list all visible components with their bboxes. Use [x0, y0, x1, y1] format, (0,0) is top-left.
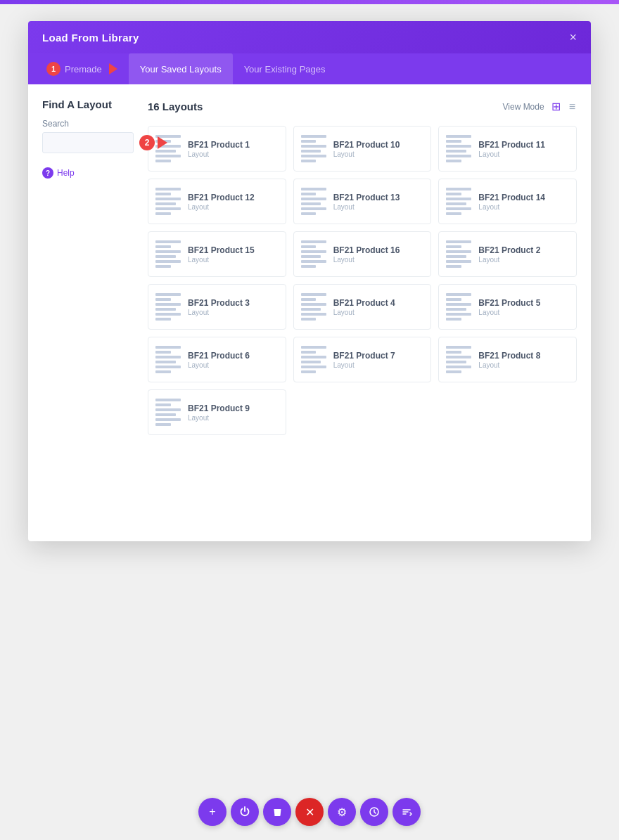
sort-button[interactable]	[393, 798, 421, 826]
thumb-bar	[446, 202, 466, 205]
thumb-bar	[446, 250, 471, 253]
search-input[interactable]	[42, 132, 134, 153]
thumb-bar	[446, 193, 461, 195]
layout-name: BF21 Product 13	[333, 193, 400, 202]
layout-card[interactable]: BF21 Product 13 Layout	[293, 179, 432, 224]
tab-existing-pages[interactable]: Your Existing Pages	[233, 53, 337, 84]
thumb-bar	[301, 265, 317, 268]
thumb-bar	[446, 293, 471, 296]
layout-info: BF21 Product 3 Layout	[188, 298, 250, 316]
thumb-bar	[301, 250, 326, 253]
layout-name: BF21 Product 11	[478, 140, 545, 150]
thumb-bar	[301, 303, 326, 306]
grid-view-button[interactable]: ⊞	[550, 98, 562, 115]
thumb-bar	[446, 318, 461, 321]
thumb-bar	[446, 298, 461, 301]
thumb-bar	[301, 351, 317, 354]
layout-card[interactable]: BF21 Product 3 Layout	[148, 284, 286, 330]
thumb-bar	[301, 260, 326, 263]
view-mode-label: View Mode	[503, 102, 544, 112]
tab-premade-label: Premade	[65, 64, 102, 75]
thumb-bar	[155, 193, 171, 195]
thumb-bar	[155, 308, 176, 311]
settings-button[interactable]: ⚙	[328, 798, 356, 826]
layout-type: Layout	[188, 414, 250, 422]
layout-card[interactable]: BF21 Product 7 Layout	[293, 337, 432, 382]
trash-button[interactable]	[263, 798, 291, 826]
thumb-bar	[301, 140, 317, 143]
layout-info: BF21 Product 7 Layout	[333, 351, 395, 369]
layout-info: BF21 Product 10 Layout	[333, 140, 400, 158]
layout-type: Layout	[188, 309, 250, 316]
thumb-bar	[301, 202, 321, 205]
layout-thumbnail	[155, 293, 181, 321]
layout-type: Layout	[188, 150, 250, 158]
layout-card[interactable]: BF21 Product 11 Layout	[438, 126, 577, 172]
layout-thumbnail	[155, 346, 181, 373]
thumb-bar	[301, 370, 317, 373]
layout-card[interactable]: BF21 Product 9 Layout	[148, 389, 286, 435]
layout-card[interactable]: BF21 Product 5 Layout	[438, 284, 577, 330]
thumb-bar	[446, 366, 471, 368]
layout-card[interactable]: BF21 Product 6 Layout	[148, 337, 286, 382]
help-icon: ?	[42, 167, 53, 179]
thumb-bar	[155, 198, 181, 200]
thumb-bar	[155, 346, 181, 349]
thumb-bar	[155, 207, 181, 210]
power-button[interactable]	[231, 798, 259, 826]
thumb-bar	[446, 260, 471, 263]
layout-card[interactable]: BF21 Product 12 Layout	[148, 179, 286, 224]
layouts-grid: BF21 Product 1 Layout BF21 Product 10 La…	[148, 126, 577, 435]
layout-card[interactable]: BF21 Product 16 Layout	[293, 231, 432, 277]
thumb-bar	[301, 207, 326, 210]
thumb-bar	[155, 318, 171, 321]
thumb-bar	[301, 366, 326, 368]
thumb-bar	[155, 313, 181, 316]
modal-close-button[interactable]: ×	[569, 31, 577, 44]
layout-info: BF21 Product 6 Layout	[188, 351, 250, 369]
layout-type: Layout	[478, 150, 545, 158]
tab-saved-layouts[interactable]: Your Saved Layouts	[129, 53, 233, 84]
layout-card[interactable]: BF21 Product 8 Layout	[438, 337, 577, 382]
layout-card[interactable]: BF21 Product 4 Layout	[293, 284, 432, 330]
layout-card[interactable]: BF21 Product 15 Layout	[148, 231, 286, 277]
tab-saved-label: Your Saved Layouts	[140, 64, 222, 75]
layout-info: BF21 Product 9 Layout	[188, 403, 250, 422]
layout-type: Layout	[333, 256, 400, 264]
clock-button[interactable]	[360, 798, 388, 826]
layout-type: Layout	[333, 309, 395, 316]
thumb-bar	[446, 150, 466, 153]
list-view-button[interactable]: ≡	[568, 99, 577, 115]
thumb-bar	[155, 155, 181, 157]
tab-premade[interactable]: 1 Premade	[35, 53, 129, 84]
layout-type: Layout	[333, 361, 395, 369]
thumb-bar	[446, 303, 471, 306]
thumb-bar	[155, 260, 181, 263]
layout-name: BF21 Product 12	[188, 193, 255, 202]
layout-card[interactable]: BF21 Product 1 Layout	[148, 126, 286, 172]
top-accent-bar	[0, 0, 619, 4]
layout-card[interactable]: BF21 Product 14 Layout	[438, 179, 577, 224]
thumb-bar	[155, 423, 171, 426]
layout-thumbnail	[301, 346, 326, 373]
layout-name: BF21 Product 14	[478, 193, 545, 202]
layout-type: Layout	[478, 203, 545, 211]
layout-thumbnail	[155, 240, 181, 268]
layout-info: BF21 Product 11 Layout	[478, 140, 545, 158]
thumb-bar	[446, 198, 471, 200]
thumb-bar	[301, 313, 326, 316]
layout-card[interactable]: BF21 Product 2 Layout	[438, 231, 577, 277]
layout-type: Layout	[188, 361, 250, 369]
thumb-bar	[301, 212, 317, 215]
thumb-bar	[301, 361, 321, 363]
content-header: 16 Layouts View Mode ⊞ ≡	[148, 98, 577, 115]
thumb-bar	[446, 313, 471, 316]
close-button[interactable]: ✕	[295, 798, 324, 826]
thumb-bar	[155, 413, 176, 416]
layout-card[interactable]: BF21 Product 10 Layout	[293, 126, 432, 172]
layout-name: BF21 Product 10	[333, 140, 400, 150]
help-link[interactable]: ? Help	[42, 167, 134, 179]
layout-info: BF21 Product 4 Layout	[333, 298, 395, 316]
add-button[interactable]: +	[198, 798, 226, 826]
layout-thumbnail	[446, 188, 471, 215]
